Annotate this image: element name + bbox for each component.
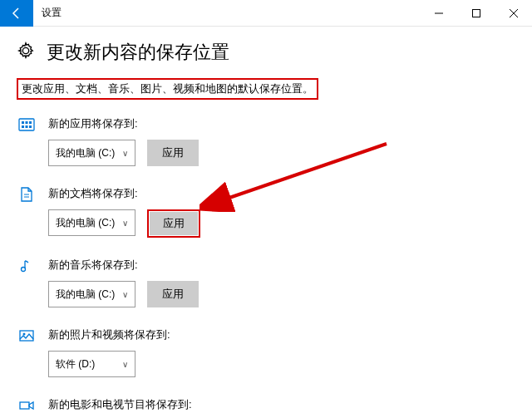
photo-icon [17, 327, 37, 347]
section-music: 新的音乐将保存到: 我的电脑 (C:) ∨ 应用 [17, 251, 515, 316]
svg-rect-8 [22, 125, 24, 128]
content-area: 更改新内容的保存位置 更改应用、文档、音乐、图片、视频和地图的默认保存位置。 新… [0, 27, 532, 418]
maximize-button[interactable] [457, 0, 495, 27]
documents-location-dropdown[interactable]: 我的电脑 (C:) ∨ [48, 209, 135, 236]
svg-rect-7 [29, 121, 32, 124]
documents-apply-button[interactable]: 应用 [150, 212, 198, 235]
maximize-icon [472, 9, 480, 17]
page-description: 更改应用、文档、音乐、图片、视频和地图的默认保存位置。 [17, 78, 318, 100]
window-title: 设置 [42, 6, 62, 20]
documents-apply-highlight: 应用 [147, 209, 200, 238]
svg-rect-5 [22, 121, 24, 124]
chevron-down-icon: ∨ [122, 360, 128, 369]
page-title: 更改新内容的保存位置 [47, 40, 229, 65]
svg-rect-16 [20, 402, 29, 409]
document-icon [17, 186, 37, 206]
apps-label: 新的应用将保存到: [48, 116, 515, 131]
photos-location-dropdown[interactable]: 软件 (D:) ∨ [48, 351, 135, 377]
svg-rect-6 [26, 121, 28, 124]
close-button[interactable] [495, 0, 532, 27]
titlebar: 设置 [0, 0, 532, 27]
section-documents: 新的文档将保存到: 我的电脑 (C:) ∨ 应用 [17, 179, 515, 246]
svg-point-15 [23, 333, 26, 336]
music-label: 新的音乐将保存到: [48, 258, 515, 273]
apps-icon [17, 116, 37, 136]
minimize-icon [435, 9, 443, 17]
video-icon [17, 397, 37, 417]
section-movies: 新的电影和电视节目将保存到: 软件 (D:) ∨ [17, 391, 515, 418]
page-header: 更改新内容的保存位置 [17, 40, 515, 65]
svg-rect-10 [29, 125, 32, 128]
apps-location-dropdown[interactable]: 我的电脑 (C:) ∨ [48, 140, 135, 166]
minimize-button[interactable] [420, 0, 457, 27]
music-location-value: 我的电脑 (C:) [56, 288, 115, 302]
chevron-down-icon: ∨ [122, 149, 128, 158]
svg-rect-9 [26, 125, 28, 128]
photos-label: 新的照片和视频将保存到: [48, 327, 515, 342]
svg-rect-14 [20, 331, 33, 341]
close-icon [510, 9, 518, 17]
svg-rect-1 [472, 9, 480, 17]
arrow-left-icon [10, 7, 23, 20]
window-controls [420, 0, 532, 27]
movies-label: 新的电影和电视节目将保存到: [48, 397, 515, 412]
svg-rect-4 [19, 119, 34, 130]
svg-point-13 [22, 268, 26, 272]
apps-location-value: 我的电脑 (C:) [56, 146, 115, 160]
gear-icon [17, 42, 35, 63]
photos-location-value: 软件 (D:) [56, 357, 95, 371]
section-apps: 新的应用将保存到: 我的电脑 (C:) ∨ 应用 [17, 110, 515, 175]
section-photos: 新的照片和视频将保存到: 软件 (D:) ∨ [17, 321, 515, 386]
back-button[interactable] [0, 0, 33, 27]
chevron-down-icon: ∨ [122, 219, 128, 228]
documents-location-value: 我的电脑 (C:) [56, 216, 115, 230]
music-icon [17, 258, 37, 278]
chevron-down-icon: ∨ [122, 290, 128, 299]
music-apply-button[interactable]: 应用 [147, 281, 199, 307]
apps-apply-button[interactable]: 应用 [147, 140, 199, 166]
documents-label: 新的文档将保存到: [48, 186, 515, 201]
music-location-dropdown[interactable]: 我的电脑 (C:) ∨ [48, 281, 135, 307]
